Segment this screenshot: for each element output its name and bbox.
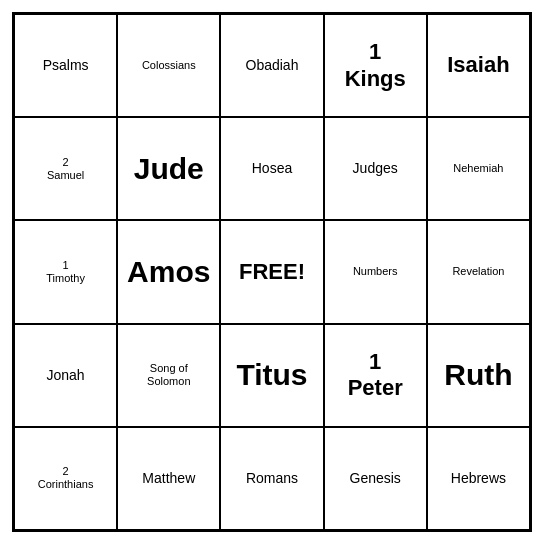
bingo-cell: Jude: [117, 117, 220, 220]
bingo-cell: Titus: [220, 324, 323, 427]
bingo-cell: Genesis: [324, 427, 427, 530]
bingo-cell: Psalms: [14, 14, 117, 117]
bingo-cell: Song ofSolomon: [117, 324, 220, 427]
bingo-cell: Hosea: [220, 117, 323, 220]
bingo-cell: Ruth: [427, 324, 530, 427]
bingo-cell: Hebrews: [427, 427, 530, 530]
bingo-cell: Isaiah: [427, 14, 530, 117]
bingo-cell: Revelation: [427, 220, 530, 323]
bingo-cell: 1Peter: [324, 324, 427, 427]
bingo-cell: 1Timothy: [14, 220, 117, 323]
bingo-cell: 2Samuel: [14, 117, 117, 220]
bingo-cell: Colossians: [117, 14, 220, 117]
bingo-cell: Amos: [117, 220, 220, 323]
bingo-cell: 1Kings: [324, 14, 427, 117]
bingo-cell: Romans: [220, 427, 323, 530]
bingo-cell: Obadiah: [220, 14, 323, 117]
bingo-cell: 2Corinthians: [14, 427, 117, 530]
bingo-cell: Matthew: [117, 427, 220, 530]
bingo-cell: FREE!: [220, 220, 323, 323]
bingo-cell: Nehemiah: [427, 117, 530, 220]
bingo-cell: Numbers: [324, 220, 427, 323]
bingo-board: PsalmsColossiansObadiah1KingsIsaiah2Samu…: [12, 12, 532, 532]
bingo-cell: Jonah: [14, 324, 117, 427]
bingo-cell: Judges: [324, 117, 427, 220]
